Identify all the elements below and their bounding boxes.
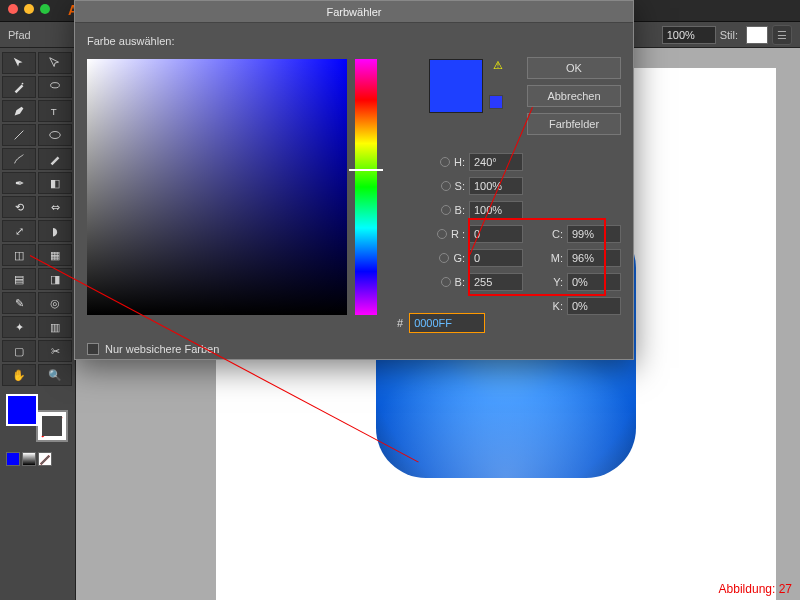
hex-label: #	[397, 317, 403, 329]
color-mode-row	[6, 452, 52, 466]
pen-tool[interactable]	[2, 100, 36, 122]
g-label[interactable]: G:	[421, 252, 465, 264]
direct-selection-tool[interactable]	[38, 52, 72, 74]
websafe-checkbox[interactable]	[87, 343, 99, 355]
minimize-icon[interactable]	[24, 4, 34, 14]
close-icon[interactable]	[8, 4, 18, 14]
rotate-tool[interactable]: ⟲	[2, 196, 36, 218]
b-label[interactable]: B:	[421, 204, 465, 216]
k-label: K:	[543, 300, 563, 312]
b-input[interactable]	[469, 201, 523, 219]
pencil-tool[interactable]	[38, 148, 72, 170]
graph-tool[interactable]: ▥	[38, 316, 72, 338]
zoom-tool[interactable]: 🔍	[38, 364, 72, 386]
path-label: Pfad	[8, 29, 31, 41]
dialog-prompt: Farbe auswählen:	[87, 35, 621, 47]
gradient-icon[interactable]	[22, 452, 36, 466]
bl-label[interactable]: B:	[421, 276, 465, 288]
lasso-tool[interactable]	[38, 76, 72, 98]
svg-point-0	[22, 83, 24, 85]
svg-line-3	[15, 131, 24, 140]
hex-row: #	[397, 313, 485, 333]
annotation-box-rgb	[468, 218, 606, 296]
fill-swatch[interactable]	[6, 394, 38, 426]
solid-color-icon[interactable]	[6, 452, 20, 466]
eyedropper-tool[interactable]: ✎	[2, 292, 36, 314]
zoom-icon[interactable]	[40, 4, 50, 14]
h-input[interactable]	[469, 153, 523, 171]
fill-stroke[interactable]	[6, 394, 68, 442]
color-picker-dialog: Farbwähler Farbe auswählen: ⚠ OK Abbrech…	[74, 0, 634, 360]
hand-tool[interactable]: ✋	[2, 364, 36, 386]
zoom-input[interactable]	[662, 26, 716, 44]
blend-tool[interactable]: ◎	[38, 292, 72, 314]
selection-tool[interactable]	[2, 52, 36, 74]
eraser-tool[interactable]: ◧	[38, 172, 72, 194]
s-label[interactable]: S:	[421, 180, 465, 192]
scale-tool[interactable]: ⤢	[2, 220, 36, 242]
gradient-tool[interactable]: ◨	[38, 268, 72, 290]
svg-point-1	[51, 83, 60, 88]
artboard-tool[interactable]: ▢	[2, 340, 36, 362]
websafe-label: Nur websichere Farben	[105, 343, 219, 355]
brush-tool[interactable]	[2, 148, 36, 170]
k-input[interactable]	[567, 297, 621, 315]
mesh-tool[interactable]: ▤	[2, 268, 36, 290]
small-swatch[interactable]	[489, 95, 503, 109]
style-swatch[interactable]	[746, 26, 768, 44]
r-label[interactable]: R :	[421, 228, 465, 240]
ellipse-tool[interactable]	[38, 124, 72, 146]
color-preview	[429, 59, 483, 113]
style-label: Stil:	[720, 29, 738, 41]
type-tool[interactable]: T	[38, 100, 72, 122]
hue-slider[interactable]	[355, 59, 377, 315]
svg-point-4	[50, 132, 61, 139]
h-label[interactable]: H:	[421, 156, 465, 168]
svg-text:T: T	[51, 106, 57, 117]
ok-button[interactable]: OK	[527, 57, 621, 79]
gear-icon[interactable]: ☰	[772, 25, 792, 45]
stroke-swatch[interactable]	[36, 410, 68, 442]
slice-tool[interactable]: ✂	[38, 340, 72, 362]
blob-tool[interactable]: ✒	[2, 172, 36, 194]
tools-panel: T ✒ ◧ ⟲ ⇔ ⤢ ◗ ◫ ▦ ▤ ◨ ✎ ◎ ✦ ▥ ▢ ✂ ✋ 🔍	[0, 48, 76, 600]
swatches-button[interactable]: Farbfelder	[527, 113, 621, 135]
magic-wand-tool[interactable]	[2, 76, 36, 98]
hex-input[interactable]	[409, 313, 485, 333]
warning-icon[interactable]: ⚠	[493, 59, 503, 72]
figure-caption: Abbildung: 27	[719, 582, 792, 596]
reflect-tool[interactable]: ⇔	[38, 196, 72, 218]
hue-pointer[interactable]	[349, 169, 383, 171]
dialog-title: Farbwähler	[75, 1, 633, 23]
warp-tool[interactable]: ◗	[38, 220, 72, 242]
line-tool[interactable]	[2, 124, 36, 146]
cancel-button[interactable]: Abbrechen	[527, 85, 621, 107]
saturation-brightness-field[interactable]	[87, 59, 347, 315]
symbol-tool[interactable]: ✦	[2, 316, 36, 338]
none-color-icon[interactable]	[38, 452, 52, 466]
traffic-lights	[8, 4, 50, 14]
